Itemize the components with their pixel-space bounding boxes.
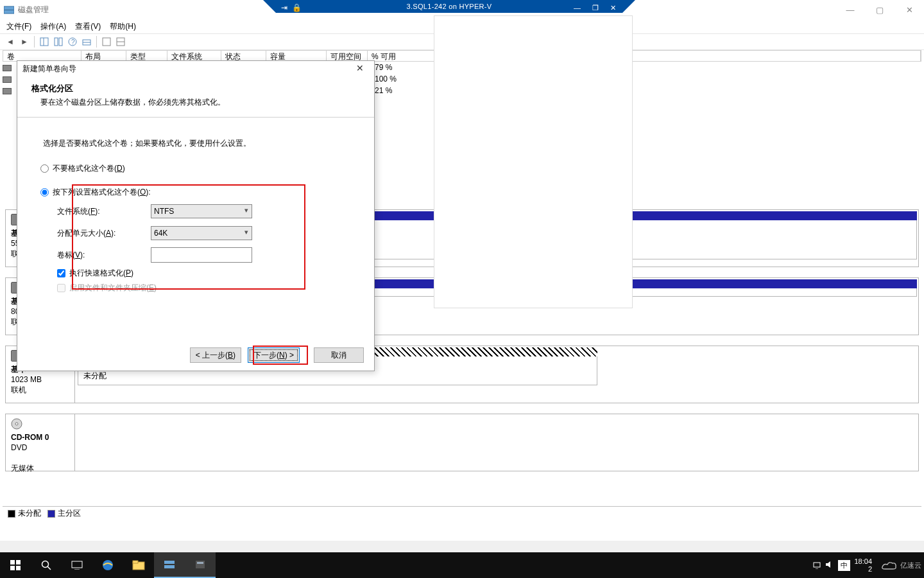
- taskbar-servermanager-icon[interactable]: [185, 552, 216, 578]
- nav-back-icon[interactable]: ◄: [4, 35, 17, 48]
- input-volume-label[interactable]: [151, 247, 252, 263]
- hyperv-title-tab: ⇥ 🔒 3.SQL1-242 on HYPER-V — ❐ ✕: [276, 0, 622, 13]
- svg-rect-25: [133, 561, 138, 563]
- legend-primary-icon: [47, 510, 55, 518]
- back-button[interactable]: < 上一步(B): [190, 347, 241, 363]
- col-layout[interactable]: 布局: [81, 51, 126, 61]
- taskbar-diskmgmt-icon[interactable]: [154, 552, 185, 578]
- toolbar-help-icon[interactable]: ?: [66, 35, 79, 48]
- menu-file[interactable]: 文件(F): [6, 21, 31, 32]
- label-file-system: 文件系统(F):: [57, 206, 151, 217]
- hyperv-minimize-icon[interactable]: —: [574, 1, 581, 14]
- svg-rect-21: [72, 561, 82, 568]
- next-button[interactable]: 下一步(N) >: [248, 347, 300, 363]
- row-pct-3: 21 %: [375, 85, 392, 96]
- radio-do-not-format-input[interactable]: [40, 164, 49, 173]
- field-volume-label: 卷标(V):: [35, 244, 356, 266]
- svg-line-20: [47, 566, 51, 570]
- taskbar: 中 18:04 2 亿速云: [0, 552, 924, 578]
- cdrom-icon: [11, 418, 25, 430]
- toolbar-btn-1[interactable]: [38, 35, 51, 48]
- taskbar-ie-icon[interactable]: [92, 552, 123, 578]
- legend-bar: 未分配 主分区: [3, 506, 921, 520]
- menu-help[interactable]: 帮助(H): [110, 21, 136, 32]
- tray-clock[interactable]: 18:04 2: [854, 557, 876, 573]
- toolbar-btn-3[interactable]: [80, 35, 93, 48]
- svg-rect-10: [103, 38, 110, 46]
- floating-panel: [434, 15, 633, 308]
- col-free[interactable]: 可用空间: [327, 51, 368, 61]
- hyperv-close-icon[interactable]: ✕: [610, 1, 616, 14]
- taskbar-explorer-icon[interactable]: [123, 552, 154, 578]
- label-volume-label: 卷标(V):: [57, 250, 151, 261]
- search-icon[interactable]: [31, 552, 62, 578]
- field-file-system: 文件系统(F):: [35, 200, 356, 222]
- tray-network-icon[interactable]: [812, 560, 821, 570]
- svg-rect-29: [197, 562, 203, 564]
- svg-rect-30: [814, 563, 820, 567]
- cdrom-header[interactable]: CD-ROM 0 DVD 无媒体: [6, 414, 75, 471]
- checkbox-compression-input: [57, 284, 65, 292]
- svg-rect-27: [164, 565, 175, 568]
- row-pct-1: 79 %: [375, 62, 392, 73]
- start-button[interactable]: [0, 552, 31, 578]
- svg-rect-26: [164, 561, 175, 564]
- svg-rect-17: [10, 566, 15, 570]
- legend-unalloc-icon: [8, 510, 15, 518]
- field-allocation-unit: 分配单元大小(A):: [35, 222, 356, 244]
- col-fs[interactable]: 文件系统: [167, 51, 221, 61]
- hyperv-title: 3.SQL1-242 on HYPER-V: [407, 3, 492, 10]
- svg-rect-18: [16, 566, 21, 570]
- legend-primary: 主分区: [58, 508, 81, 519]
- wizard-title: 新建简单卷向导: [17, 61, 374, 76]
- col-capacity[interactable]: 容量: [266, 51, 327, 61]
- checkbox-quick-format[interactable]: 执行快速格式化(P): [35, 266, 356, 281]
- taskview-icon[interactable]: [62, 552, 92, 578]
- toolbar-btn-4[interactable]: [100, 35, 113, 48]
- menu-action[interactable]: 操作(A): [40, 21, 66, 32]
- svg-rect-2: [40, 38, 48, 46]
- tray-volume-icon[interactable]: [825, 560, 834, 570]
- nav-fwd-icon[interactable]: ►: [18, 35, 31, 48]
- wizard-close-icon[interactable]: ✕: [348, 63, 372, 74]
- svg-point-14: [15, 423, 18, 425]
- menu-view[interactable]: 查看(V): [75, 21, 101, 32]
- svg-text:?: ?: [71, 39, 75, 46]
- toolbar-btn-2[interactable]: [52, 35, 65, 48]
- legend-unalloc: 未分配: [18, 508, 41, 519]
- radio-do-not-format[interactable]: 不要格式化这个卷(D): [35, 161, 356, 177]
- hyperv-pin-icon[interactable]: ⇥ 🔒: [281, 1, 302, 14]
- svg-rect-5: [59, 38, 62, 46]
- row-pct-2: 100 %: [375, 73, 397, 85]
- radio-format-input[interactable]: [40, 188, 49, 197]
- select-file-system[interactable]: [151, 204, 252, 218]
- checkbox-compression: 启用文件和文件夹压缩(E): [35, 281, 356, 295]
- radio-format-with-settings[interactable]: 按下列设置格式化这个卷(O):: [35, 184, 356, 200]
- wizard-instruction: 选择是否要格式化这个卷；如果要格式化，要使用什么设置。: [35, 129, 356, 161]
- tray-ime[interactable]: 中: [838, 560, 850, 571]
- col-status[interactable]: 状态: [221, 51, 266, 61]
- svg-marker-32: [826, 561, 830, 568]
- col-type[interactable]: 类型: [126, 51, 167, 61]
- svg-rect-15: [10, 560, 15, 565]
- cancel-button[interactable]: 取消: [314, 347, 364, 363]
- wizard-subheading: 要在这个磁盘分区上储存数据，你必须先将其格式化。: [31, 97, 360, 108]
- svg-rect-28: [196, 561, 205, 568]
- hyperv-maximize-icon[interactable]: ❐: [592, 1, 599, 14]
- toolbar-btn-5[interactable]: [114, 35, 127, 48]
- checkbox-quick-format-input[interactable]: [57, 269, 65, 277]
- select-allocation-unit[interactable]: [151, 226, 252, 240]
- new-simple-volume-wizard: 新建简单卷向导 ✕ 格式化分区 要在这个磁盘分区上储存数据，你必须先将其格式化。…: [17, 60, 375, 371]
- svg-rect-16: [16, 560, 21, 565]
- svg-rect-4: [55, 38, 58, 46]
- cdrom-panel: CD-ROM 0 DVD 无媒体: [5, 414, 919, 471]
- col-volume[interactable]: 卷: [3, 51, 81, 61]
- label-allocation-unit: 分配单元大小(A):: [57, 228, 151, 239]
- wizard-heading: 格式化分区: [31, 83, 73, 93]
- watermark-logo: 亿速云: [880, 559, 921, 571]
